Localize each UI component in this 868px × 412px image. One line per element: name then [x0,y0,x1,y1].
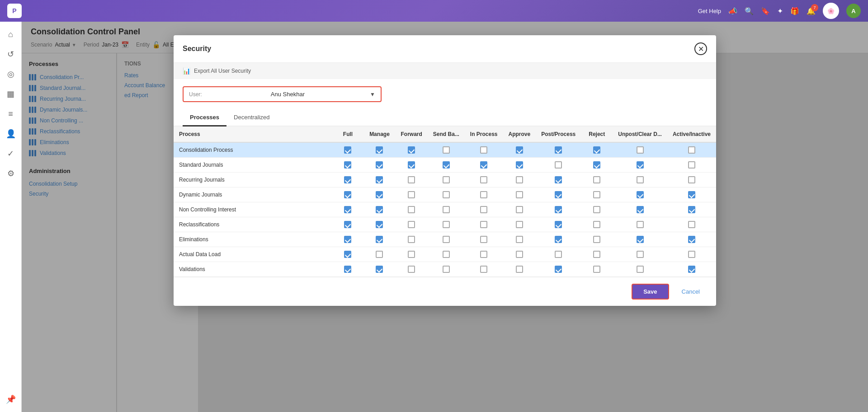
cell-reject[interactable] [581,247,613,262]
cell-in-process[interactable] [465,202,503,217]
checkbox[interactable] [344,146,351,154]
tab-processes[interactable]: Processes [183,109,226,126]
cell-in-process[interactable] [465,158,503,173]
table-row[interactable]: Standard Journals [174,158,716,173]
cell-in-process[interactable] [465,187,503,202]
cell-active[interactable] [667,173,716,187]
sidebar-item-reports[interactable]: ≡ [2,105,20,123]
checkbox[interactable] [443,236,450,243]
save-button[interactable]: Save [632,284,669,300]
checkbox[interactable] [688,266,695,273]
sidebar-item-check[interactable]: ✓ [2,145,20,163]
cell-forward[interactable] [395,232,427,247]
checkbox[interactable] [480,221,487,228]
cell-in-process[interactable] [465,247,503,262]
checkbox[interactable] [593,161,600,169]
checkbox[interactable] [408,266,415,273]
sidebar-item-home[interactable]: ⌂ [2,25,20,43]
table-row[interactable]: Recurring Journals [174,173,716,187]
checkbox[interactable] [408,236,415,243]
checkbox[interactable] [443,161,450,169]
cell-manage[interactable] [363,142,395,158]
checkbox[interactable] [376,146,383,154]
cell-manage[interactable] [363,247,395,262]
notification-icon[interactable]: 🔔 7 [807,7,816,15]
cell-approve[interactable] [503,142,536,158]
checkbox[interactable] [408,251,415,258]
cell-approve[interactable] [503,247,536,262]
checkbox[interactable] [593,221,600,228]
cell-forward[interactable] [395,142,427,158]
checkbox[interactable] [376,191,383,198]
checkbox[interactable] [480,191,487,198]
checkbox[interactable] [480,266,487,273]
cell-reject[interactable] [581,262,613,277]
checkbox[interactable] [443,251,450,258]
get-help-link[interactable]: Get Help [698,8,721,14]
checkbox[interactable] [408,176,415,183]
checkbox[interactable] [555,206,562,213]
checkbox[interactable] [408,161,415,169]
checkbox[interactable] [443,266,450,273]
cell-unpost[interactable] [613,232,667,247]
cell-send-ba[interactable] [428,262,465,277]
cell-unpost[interactable] [613,158,667,173]
cancel-button[interactable]: Cancel [675,285,707,299]
cell-forward[interactable] [395,158,427,173]
cell-post-process[interactable] [536,173,581,187]
checkbox[interactable] [480,206,487,213]
checkbox[interactable] [637,191,644,198]
cell-full[interactable] [332,173,363,187]
checkbox[interactable] [480,161,487,169]
cell-post-process[interactable] [536,202,581,217]
cell-unpost[interactable] [613,142,667,158]
checkbox[interactable] [688,236,695,243]
cell-active[interactable] [667,262,716,277]
cell-send-ba[interactable] [428,187,465,202]
cell-send-ba[interactable] [428,232,465,247]
checkbox[interactable] [516,161,523,169]
cell-unpost[interactable] [613,217,667,232]
sidebar-item-user[interactable]: 👤 [2,125,20,143]
checkbox[interactable] [688,161,695,169]
cell-approve[interactable] [503,173,536,187]
checkbox[interactable] [443,221,450,228]
cell-in-process[interactable] [465,142,503,158]
checkbox[interactable] [688,176,695,183]
cell-forward[interactable] [395,173,427,187]
cell-unpost[interactable] [613,173,667,187]
cell-post-process[interactable] [536,142,581,158]
gift-icon[interactable]: 🎁 [790,7,799,15]
checkbox[interactable] [637,266,644,273]
cell-approve[interactable] [503,202,536,217]
checkbox[interactable] [480,236,487,243]
table-row[interactable]: Dynamic Journals [174,187,716,202]
app-switcher-icon[interactable]: 🌸 [823,3,839,19]
cell-send-ba[interactable] [428,158,465,173]
checkbox[interactable] [593,266,600,273]
tab-decentralized[interactable]: Decentralized [226,109,277,126]
cell-manage[interactable] [363,262,395,277]
cell-reject[interactable] [581,142,613,158]
checkbox[interactable] [688,221,695,228]
checkbox[interactable] [408,191,415,198]
checkbox[interactable] [593,146,600,154]
cell-approve[interactable] [503,262,536,277]
cell-post-process[interactable] [536,158,581,173]
checkbox[interactable] [593,236,600,243]
cell-active[interactable] [667,142,716,158]
table-row[interactable]: Actual Data Load [174,247,716,262]
cell-manage[interactable] [363,202,395,217]
table-row[interactable]: Non Controlling Interest [174,202,716,217]
cell-manage[interactable] [363,232,395,247]
checkbox[interactable] [637,146,644,154]
pin-icon[interactable]: 📌 [2,390,20,408]
checkbox[interactable] [443,146,450,154]
search-icon[interactable]: 🔍 [745,7,754,15]
checkbox[interactable] [344,176,351,183]
checkbox[interactable] [344,191,351,198]
checkbox[interactable] [637,221,644,228]
checkbox[interactable] [637,176,644,183]
checkbox[interactable] [516,146,523,154]
cell-send-ba[interactable] [428,173,465,187]
